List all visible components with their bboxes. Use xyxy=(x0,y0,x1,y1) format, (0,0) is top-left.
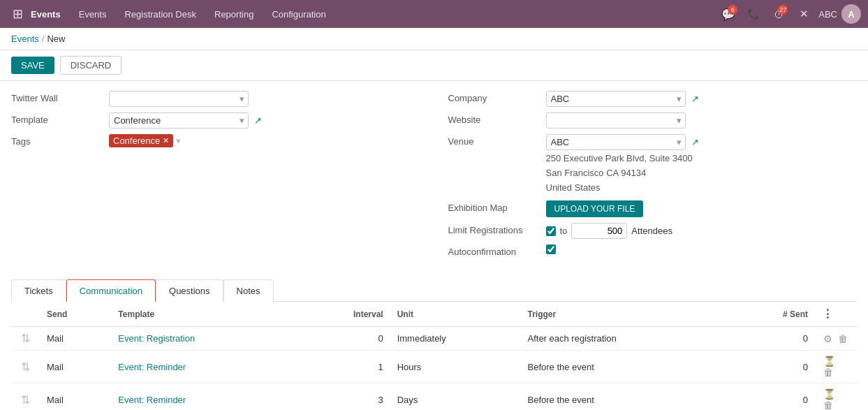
venue-select-wrapper: ABC xyxy=(546,134,686,150)
col-send: Send xyxy=(40,302,111,327)
template-label: Template xyxy=(11,112,109,125)
send-cell: Mail xyxy=(40,383,111,410)
company-external-link-icon[interactable]: ↗ xyxy=(691,94,699,104)
delete-icon[interactable]: 🗑 xyxy=(838,333,848,344)
tab-tickets[interactable]: Tickets xyxy=(11,279,66,302)
tab-notes[interactable]: Notes xyxy=(223,279,274,302)
phone-icon[interactable]: 📞 xyxy=(743,3,764,24)
user-label: ABC xyxy=(818,9,837,20)
action-bar: SAVE DISCARD xyxy=(0,50,868,81)
address-line2: San Francisco CA 94134 xyxy=(546,166,693,181)
autoconfirmation-checkbox[interactable] xyxy=(546,244,556,254)
hourglass-icon[interactable]: ⏳ xyxy=(823,388,835,400)
clock-icon[interactable]: ⏱ 27 xyxy=(768,3,789,24)
template-select-wrapper: Conference xyxy=(109,112,249,129)
form-right: Company ABC ↗ Website xyxy=(448,88,858,261)
app-grid-icon[interactable]: ⊞ xyxy=(7,3,28,24)
table-row: ⇅ Mail Event: Registration 0 Immediately… xyxy=(11,327,857,351)
col-unit: Unit xyxy=(390,302,521,327)
save-button[interactable]: SAVE xyxy=(11,57,54,74)
tab-communication[interactable]: Communication xyxy=(66,279,156,302)
tags-value: Conference ✕ ▾ xyxy=(109,134,420,147)
breadcrumb: Events / New xyxy=(0,28,868,50)
sort-handle-icon[interactable]: ⇅ xyxy=(18,332,33,344)
limit-registrations-checkbox[interactable] xyxy=(546,226,556,236)
delete-icon[interactable]: 🗑 xyxy=(823,400,833,410)
sent-cell: 0 xyxy=(734,383,815,410)
venue-external-link-icon[interactable]: ↗ xyxy=(691,137,699,147)
menu-configuration[interactable]: Configuration xyxy=(263,5,334,24)
top-navigation: ⊞ Events Events Registration Desk Report… xyxy=(0,0,868,28)
table-more-icon[interactable]: ⋮ xyxy=(822,308,833,320)
chat-icon[interactable]: 💬 6 xyxy=(718,3,739,24)
twitter-wall-value xyxy=(109,91,420,107)
menu-events[interactable]: Events xyxy=(71,5,115,24)
venue-select[interactable]: ABC xyxy=(546,134,686,150)
send-cell: Mail xyxy=(40,327,111,351)
exhibition-map-label: Exhibition Map xyxy=(448,200,546,213)
breadcrumb-current: New xyxy=(47,34,65,44)
company-label: Company xyxy=(448,91,546,103)
app-name: Events xyxy=(31,9,61,20)
form-left: Twitter Wall Template Conference xyxy=(11,88,420,261)
tag-remove-icon[interactable]: ✕ xyxy=(163,136,169,145)
unit-cell: Immediately xyxy=(390,327,521,351)
col-interval: Interval xyxy=(300,302,390,327)
twitter-wall-select[interactable] xyxy=(109,91,249,107)
chat-badge: 6 xyxy=(728,5,737,15)
upload-file-button[interactable]: UPLOAD YOUR FILE xyxy=(546,200,644,217)
attendees-label: Attendees xyxy=(631,226,672,236)
autoconfirmation-label: Autoconfirmation xyxy=(448,244,546,257)
sort-handle-icon[interactable]: ⇅ xyxy=(18,394,33,406)
breadcrumb-parent[interactable]: Events xyxy=(11,34,39,44)
tags-dropdown-icon[interactable]: ▾ xyxy=(176,136,181,146)
tab-questions[interactable]: Questions xyxy=(156,279,223,302)
communication-table: Send Template Interval Unit Trigger # Se… xyxy=(11,302,857,410)
website-label: Website xyxy=(448,112,546,125)
website-row: Website xyxy=(448,110,858,131)
company-value: ABC ↗ xyxy=(546,91,858,107)
app-brand[interactable]: Events xyxy=(31,9,61,20)
twitter-wall-row: Twitter Wall xyxy=(11,88,420,110)
exhibition-map-value: UPLOAD YOUR FILE xyxy=(546,200,858,217)
delete-icon[interactable]: 🗑 xyxy=(823,367,833,378)
sort-handle-icon[interactable]: ⇅ xyxy=(18,361,33,373)
close-icon[interactable]: ✕ xyxy=(793,3,814,24)
website-select[interactable] xyxy=(546,112,686,129)
template-select[interactable]: Conference xyxy=(109,112,249,129)
website-value xyxy=(546,112,858,129)
interval-cell: 1 xyxy=(300,351,390,383)
interval-cell: 3 xyxy=(300,383,390,410)
sent-cell: 0 xyxy=(734,327,815,351)
venue-value: ABC ↗ 250 Executive Park Blvd, Suite 340… xyxy=(546,134,858,195)
address-line1: 250 Executive Park Blvd, Suite 3400 xyxy=(546,152,693,166)
tabs-container: Tickets Communication Questions Notes xyxy=(11,279,857,302)
discard-button[interactable]: DISCARD xyxy=(60,56,122,75)
limit-registrations-label: Limit Registrations xyxy=(448,223,546,235)
venue-row: Venue ABC ↗ 250 Executive Park Blvd, Sui… xyxy=(448,131,858,198)
trigger-cell: Before the event xyxy=(521,351,734,383)
limit-registrations-value: to Attendees xyxy=(546,223,858,239)
menu-reporting[interactable]: Reporting xyxy=(206,5,262,24)
template-link[interactable]: Event: Reminder xyxy=(118,395,186,405)
settings-icon[interactable]: ⚙ xyxy=(823,333,832,344)
template-link[interactable]: Event: Reminder xyxy=(118,362,186,372)
limit-value-input[interactable] xyxy=(571,223,627,239)
menu-registration-desk[interactable]: Registration Desk xyxy=(116,5,205,24)
sent-cell: 0 xyxy=(734,351,815,383)
clock-badge: 27 xyxy=(778,5,788,15)
template-row: Template Conference ↗ xyxy=(11,110,420,131)
table-row: ⇅ Mail Event: Reminder 3 Days Before the… xyxy=(11,383,857,410)
table-row: ⇅ Mail Event: Reminder 1 Hours Before th… xyxy=(11,351,857,383)
template-link[interactable]: Event: Registration xyxy=(118,333,195,344)
topnav-right: 💬 6 📞 ⏱ 27 ✕ ABC A xyxy=(718,3,861,24)
company-select[interactable]: ABC xyxy=(546,91,686,107)
template-external-link-icon[interactable]: ↗ xyxy=(254,115,262,126)
hourglass-icon[interactable]: ⏳ xyxy=(823,356,835,367)
user-avatar[interactable]: A xyxy=(841,4,861,24)
website-select-wrapper xyxy=(546,112,686,129)
unit-cell: Hours xyxy=(390,351,521,383)
conference-tag: Conference ✕ xyxy=(109,134,173,147)
interval-cell: 0 xyxy=(300,327,390,351)
main-content: Twitter Wall Template Conference xyxy=(0,81,868,410)
